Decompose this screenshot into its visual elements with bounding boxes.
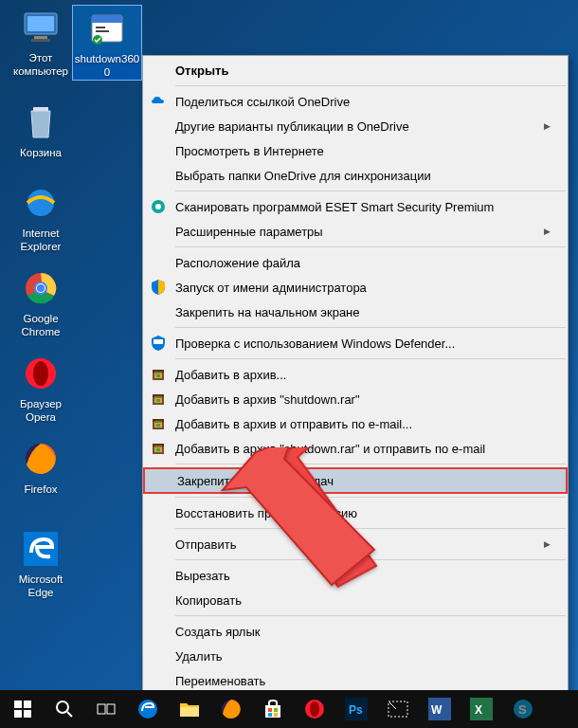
context-menu-separator xyxy=(175,528,566,529)
svg-rect-43 xyxy=(24,701,31,708)
svg-rect-42 xyxy=(14,701,22,708)
context-menu-item[interactable]: Просмотреть в Интернете xyxy=(143,138,568,163)
taskbar-snip[interactable] xyxy=(377,690,419,728)
taskbar-opera[interactable] xyxy=(294,690,335,728)
taskbar-edge[interactable] xyxy=(127,690,169,728)
context-menu-item-label: Закрепить на начальном экране xyxy=(175,305,360,319)
desktop-icon-label: Microsoft Edge xyxy=(6,573,76,600)
desktop-icon-label: Firefox xyxy=(6,483,76,497)
desktop-icon-ie[interactable]: Internet Explorer xyxy=(6,180,76,254)
desktop-icon-recycle-bin[interactable]: Корзина xyxy=(6,100,76,160)
context-menu-item[interactable]: Другие варианты публикации в OneDrive▶ xyxy=(143,114,568,138)
context-menu-item[interactable]: Открыть xyxy=(143,58,568,82)
svg-point-20 xyxy=(155,204,161,209)
submenu-arrow-icon: ▶ xyxy=(544,121,551,131)
taskbar: Ps W X S xyxy=(0,690,578,728)
context-menu-separator xyxy=(175,327,566,328)
ie-icon xyxy=(18,180,63,226)
taskbar-explorer[interactable] xyxy=(169,690,210,728)
context-menu-separator xyxy=(175,497,566,498)
context-menu-item[interactable]: Проверка с использованием Windows Defend… xyxy=(143,331,568,355)
context-menu-item[interactable]: Добавить в архив и отправить по e-mail..… xyxy=(143,411,568,436)
context-menu-item-label: Запуск от имени администратора xyxy=(175,281,367,295)
search-button[interactable] xyxy=(44,690,85,728)
svg-rect-30 xyxy=(154,396,162,398)
context-menu-item[interactable]: Закрепить на панели задач xyxy=(143,467,568,494)
taskbar-firefox[interactable] xyxy=(210,690,252,728)
this-pc-icon xyxy=(18,5,63,50)
desktop-icon-opera[interactable]: Браузер Opera xyxy=(6,351,76,425)
context-menu-item[interactable]: Вырезать xyxy=(143,563,568,588)
desktop-icon-this-pc[interactable]: Этот компьютер xyxy=(6,5,76,79)
svg-rect-3 xyxy=(31,39,50,42)
context-menu-item[interactable]: Добавить в архив... xyxy=(143,362,568,387)
winrar-icon xyxy=(149,365,168,384)
svg-rect-9 xyxy=(33,107,48,111)
start-button[interactable] xyxy=(2,690,44,728)
taskbar-store[interactable] xyxy=(252,690,294,728)
shield-icon xyxy=(149,278,168,297)
context-menu-item[interactable]: Копировать xyxy=(143,588,568,612)
context-menu-item-label: Просмотреть в Интернете xyxy=(175,144,324,158)
svg-point-46 xyxy=(57,701,68,713)
submenu-arrow-icon: ▶ xyxy=(544,227,551,236)
context-menu-item[interactable]: Удалить xyxy=(143,644,568,668)
taskbar-excel[interactable]: X xyxy=(461,690,502,728)
context-menu-item-label: Выбрать папки OneDrive для синхронизации xyxy=(175,169,431,183)
desktop-icon-label: Этот компьютер xyxy=(6,52,76,79)
context-menu-item[interactable]: Добавить в архив "shutdown.rar" и отправ… xyxy=(143,436,568,461)
task-view-button[interactable] xyxy=(85,690,127,728)
winrar-icon xyxy=(149,414,168,433)
context-menu-item[interactable]: Сканировать программой ESET Smart Securi… xyxy=(143,194,568,219)
context-menu-item[interactable]: Создать ярлык xyxy=(143,619,568,644)
context-menu-item[interactable]: Восстановить прежнюю версию xyxy=(143,500,568,525)
context-menu-item-label: Удалить xyxy=(175,649,223,664)
context-menu-item[interactable]: Закрепить на начальном экране xyxy=(143,300,568,324)
context-menu-item-label: Вырезать xyxy=(175,569,230,583)
context-menu-separator xyxy=(175,85,566,86)
context-menu-item-label: Добавить в архив... xyxy=(175,368,286,382)
desktop-icon-edge[interactable]: Microsoft Edge xyxy=(6,526,76,600)
context-menu-item[interactable]: Расположение файла xyxy=(143,250,568,275)
svg-text:W: W xyxy=(431,703,443,717)
svg-rect-57 xyxy=(274,713,278,717)
desktop-icon-shutdown3600[interactable]: shutdown3600 xyxy=(72,5,142,81)
svg-rect-5 xyxy=(92,15,122,23)
desktop-icon-label: Корзина xyxy=(6,147,76,160)
desktop-icon-chrome[interactable]: Google Chrome xyxy=(6,265,76,339)
svg-point-16 xyxy=(33,361,48,386)
svg-point-50 xyxy=(138,700,157,719)
context-menu-item[interactable]: Добавить в архив "shutdown.rar" xyxy=(143,387,568,411)
context-menu-item-label: Закрепить на панели задач xyxy=(177,474,334,488)
taskbar-photoshop[interactable]: Ps xyxy=(335,690,377,728)
taskbar-skype[interactable]: S xyxy=(502,690,544,728)
context-menu-item-label: Копировать xyxy=(175,593,242,608)
taskbar-word[interactable]: W xyxy=(419,690,461,728)
desktop-icon-label: Браузер Opera xyxy=(6,398,76,425)
svg-rect-36 xyxy=(156,424,160,427)
svg-text:Ps: Ps xyxy=(349,703,363,717)
context-menu-item[interactable]: Выбрать папки OneDrive для синхронизации xyxy=(143,163,568,188)
recycle-bin-icon xyxy=(18,100,63,145)
svg-rect-26 xyxy=(156,374,160,377)
svg-rect-25 xyxy=(154,372,162,373)
svg-rect-2 xyxy=(34,36,47,39)
svg-point-59 xyxy=(310,701,319,717)
desktop-icon-label: Google Chrome xyxy=(6,313,76,339)
context-menu-item[interactable]: Поделиться ссылкой OneDrive xyxy=(143,89,568,114)
context-menu-item-label: Добавить в архив "shutdown.rar" xyxy=(175,392,360,407)
context-menu-item[interactable]: Запуск от имени администратора xyxy=(143,275,568,300)
svg-rect-53 xyxy=(265,705,280,718)
context-menu-item-label: Открыть xyxy=(175,64,228,78)
chrome-icon xyxy=(18,265,63,311)
desktop: Этот компьютер shutdown3600 Корзина Inte… xyxy=(0,0,578,728)
context-menu-item-label: Переименовать xyxy=(175,674,265,688)
context-menu-item[interactable]: Отправить▶ xyxy=(143,532,568,556)
context-menu-separator xyxy=(175,358,566,359)
desktop-icon-firefox[interactable]: Firefox xyxy=(6,436,76,497)
svg-rect-40 xyxy=(154,446,162,447)
context-menu-item[interactable]: Расширенные параметры▶ xyxy=(143,219,568,244)
svg-rect-51 xyxy=(180,707,199,717)
opera-icon xyxy=(18,351,63,396)
svg-rect-48 xyxy=(98,704,105,714)
